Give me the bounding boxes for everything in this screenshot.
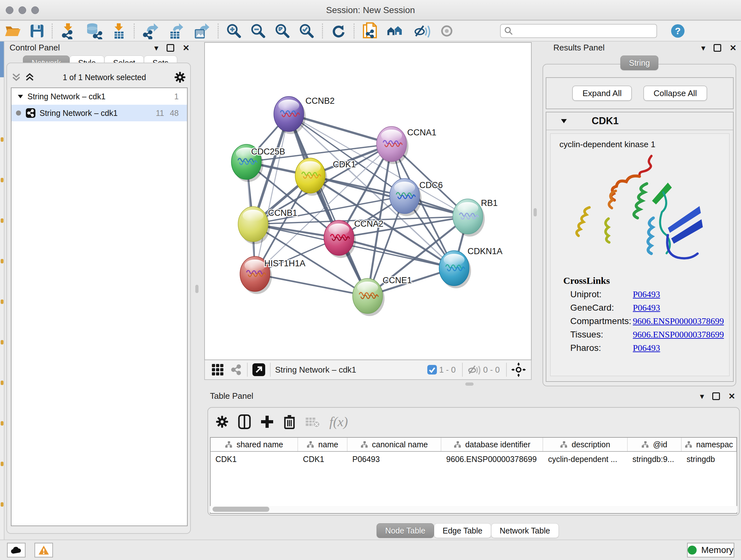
gene-section-header[interactable]: CDK1 xyxy=(546,112,733,130)
add-column-icon[interactable] xyxy=(260,415,274,428)
birds-eye-view-icon[interactable] xyxy=(252,363,266,376)
refresh-button[interactable] xyxy=(326,22,350,40)
network-canvas[interactable]: CCNB2CCNA1CDC25BCDK1CDC6RB1CCNB1CCNA2CDK… xyxy=(204,42,532,360)
column-header-description[interactable]: description xyxy=(543,438,627,451)
table-row[interactable]: CDK1CDK1P064939606.ENSP00000378699cyclin… xyxy=(211,452,737,466)
network-graph[interactable]: CCNB2CCNA1CDC25BCDK1CDC6RB1CCNB1CCNA2CDK… xyxy=(205,43,531,360)
float-panel-icon[interactable] xyxy=(712,392,720,400)
node-CCNA1[interactable] xyxy=(377,126,408,164)
column-header-label: shared name xyxy=(237,440,283,449)
close-panel-icon[interactable]: ✕ xyxy=(730,44,737,52)
table-cell[interactable]: cyclin-dependent ... xyxy=(543,452,627,466)
export-network-icon xyxy=(142,23,159,39)
save-session-button[interactable] xyxy=(25,22,49,40)
export-image-button[interactable] xyxy=(189,22,214,40)
zoom-in-button[interactable] xyxy=(222,22,246,40)
open-session-button[interactable] xyxy=(0,22,25,40)
node-CDKN1A[interactable] xyxy=(439,251,471,288)
table-cell[interactable]: stringdb:9... xyxy=(628,452,682,466)
horizontal-scrollbar[interactable] xyxy=(210,506,737,512)
tab-edge-table[interactable]: Edge Table xyxy=(434,523,491,538)
delete-column-icon[interactable] xyxy=(283,415,295,429)
collapse-all-button[interactable]: Collapse All xyxy=(643,85,707,101)
toolbar-search[interactable] xyxy=(500,24,657,38)
panel-menu-icon[interactable]: ▾ xyxy=(154,44,158,52)
tab-node-table[interactable]: Node Table xyxy=(377,523,434,538)
column-header-namespac[interactable]: namespac xyxy=(682,438,737,451)
network-row[interactable]: String Network – cdk1 11 48 xyxy=(11,105,187,121)
cloud-status-button[interactable] xyxy=(7,543,25,557)
gear-icon[interactable] xyxy=(174,71,186,83)
crosslink-label: GeneCard: xyxy=(570,303,633,313)
node-CCNB2[interactable] xyxy=(274,97,306,134)
section-collapse-icon[interactable] xyxy=(561,119,567,123)
close-panel-icon[interactable]: ✕ xyxy=(728,392,735,400)
edge-CDK1-RB1[interactable] xyxy=(310,176,468,216)
table-cell[interactable]: CDK1 xyxy=(298,452,347,466)
column-header--id[interactable]: @id xyxy=(628,438,682,451)
node-RB1[interactable] xyxy=(453,199,485,237)
zoom-fit-button[interactable] xyxy=(270,22,294,40)
import-table-button[interactable] xyxy=(107,22,131,40)
pan-crosshair-icon[interactable] xyxy=(511,362,526,377)
export-table-button[interactable] xyxy=(163,22,189,40)
memory-button[interactable]: Memory xyxy=(687,543,734,557)
crosslink-link[interactable]: 9606.ENSP00000378699 xyxy=(633,316,724,326)
panel-menu-icon[interactable]: ▾ xyxy=(700,392,704,400)
import-network-button[interactable] xyxy=(56,22,81,40)
column-header-name[interactable]: name xyxy=(298,438,347,451)
expand-all-button[interactable]: Expand All xyxy=(572,85,632,101)
tab-network-table[interactable]: Network Table xyxy=(491,523,559,538)
scrollbar-thumb[interactable] xyxy=(212,507,269,512)
edge-CCNB2-HIST1H1A[interactable] xyxy=(255,114,289,274)
help-button[interactable]: ? xyxy=(666,22,690,40)
crosslink-link[interactable]: P06493 xyxy=(633,303,660,313)
strip-decoration-dot xyxy=(1,421,3,426)
table-cell[interactable]: stringdb xyxy=(682,452,737,466)
node-CCNE1[interactable] xyxy=(353,278,385,316)
table-panel: Table Panel ▾ ✕ xyxy=(204,388,741,540)
node-CCNA2[interactable] xyxy=(324,220,356,258)
table-cell[interactable]: P06493 xyxy=(347,452,441,466)
column-header-shared-name[interactable]: shared name xyxy=(211,438,298,451)
column-header-database-identifier[interactable]: database identifier xyxy=(441,438,543,451)
string-results-container: Expand All Collapse All CDK1 cyclin-depe… xyxy=(542,64,736,386)
hide-unhide-button[interactable] xyxy=(409,22,435,40)
crosslink-link[interactable]: 9606.ENSP00000378699 xyxy=(633,329,724,340)
table-cell[interactable]: 9606.ENSP00000378699 xyxy=(441,452,543,466)
import-network-from-database-button[interactable] xyxy=(81,22,107,40)
table-cell[interactable]: CDK1 xyxy=(211,452,298,466)
node-table[interactable]: shared namenamecanonical namedatabase id… xyxy=(210,437,737,514)
float-panel-icon[interactable] xyxy=(714,44,721,52)
homes-button[interactable] xyxy=(382,22,409,40)
show-columns-icon[interactable] xyxy=(238,415,251,429)
network-collection-row[interactable]: String Network – cdk1 1 xyxy=(11,88,187,105)
crosslink-link[interactable]: P06493 xyxy=(633,343,660,353)
zoom-out-button[interactable] xyxy=(246,22,270,40)
table-settings-gear-icon[interactable] xyxy=(216,415,228,428)
warnings-button[interactable] xyxy=(35,543,53,557)
collapse-all-icon[interactable] xyxy=(11,72,21,82)
share-network-button[interactable] xyxy=(358,22,382,40)
node-label-CDC25B: CDC25B xyxy=(251,147,285,157)
crosslink-link[interactable]: P06493 xyxy=(633,289,660,300)
zoom-selected-button[interactable] xyxy=(294,22,319,40)
node-CDK1[interactable] xyxy=(295,158,327,196)
left-splitter-handle[interactable] xyxy=(195,285,199,293)
search-input[interactable] xyxy=(514,26,657,36)
toolbar-separator xyxy=(218,23,219,38)
bottom-splitter-handle[interactable] xyxy=(465,382,474,386)
panel-menu-icon[interactable]: ▾ xyxy=(701,44,705,52)
show-graphics-button[interactable] xyxy=(435,22,459,40)
right-splitter-handle[interactable] xyxy=(534,208,537,216)
tab-string[interactable]: String xyxy=(620,56,658,70)
share-view-icon[interactable] xyxy=(230,363,243,376)
export-network-button[interactable] xyxy=(138,22,163,40)
node-CDC6[interactable] xyxy=(390,179,421,216)
expand-all-icon[interactable] xyxy=(25,72,35,82)
close-panel-icon[interactable]: ✕ xyxy=(183,44,190,52)
column-header-canonical-name[interactable]: canonical name xyxy=(347,438,441,451)
collection-expand-icon[interactable] xyxy=(18,95,23,98)
float-panel-icon[interactable] xyxy=(166,44,174,52)
grid-view-icon[interactable] xyxy=(211,363,225,377)
